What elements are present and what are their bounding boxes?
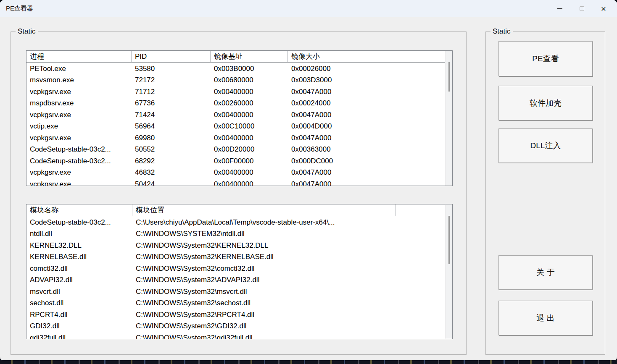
- table-row[interactable]: GDI32.dllC:\WINDOWS\System32\GDI32.dll: [26, 321, 445, 333]
- table-row[interactable]: msvsmon.exe721720x006800000x003D3000: [26, 75, 445, 86]
- table-row[interactable]: vctip.exe569640x00C100000x0004D000: [26, 121, 445, 133]
- table-cell: mspdbsrv.exe: [26, 99, 132, 107]
- table-cell: 68292: [132, 157, 211, 165]
- table-cell: 0x00680000: [211, 76, 288, 84]
- table-row[interactable]: RPCRT4.dllC:\WINDOWS\System32\RPCRT4.dll: [26, 309, 445, 321]
- scrollbar-thumb[interactable]: [448, 62, 450, 92]
- table-cell: 0x00400000: [211, 180, 288, 186]
- table-row[interactable]: msvcrt.dllC:\WINDOWS\System32\msvcrt.dll: [26, 286, 445, 298]
- column-header[interactable]: [396, 204, 445, 216]
- table-cell: 0x00400000: [211, 168, 288, 177]
- table-row[interactable]: KERNEL32.DLLC:\WINDOWS\System32\KERNEL32…: [26, 240, 445, 251]
- table-cell: KERNEL32.DLL: [26, 241, 132, 250]
- column-header[interactable]: 镜像大小: [288, 51, 368, 62]
- app-window: PE查看器 × Static Static 进程PID镜像基址镜像大小 PETo…: [0, 0, 617, 360]
- table-cell: C:\WINDOWS\System32\msvcrt.dll: [132, 288, 396, 296]
- right-groupbox-label: Static: [490, 27, 513, 36]
- scrollbar-thumb[interactable]: [448, 216, 450, 264]
- table-cell: 0x00363000: [288, 145, 368, 154]
- table-row-clipped[interactable]: vcpkgsrv.exe504240x004000000x0047A000: [26, 178, 445, 186]
- window-title: PE查看器: [0, 5, 33, 13]
- table-cell: msvsmon.exe: [26, 76, 132, 84]
- table-cell: msvcrt.dll: [26, 288, 132, 296]
- table-cell: vctip.exe: [26, 122, 132, 131]
- table-row[interactable]: KERNELBASE.dllC:\WINDOWS\System32\KERNEL…: [26, 251, 445, 263]
- table-cell: 0x00D20000: [211, 145, 288, 154]
- table-row[interactable]: PETool.exe535800x003B00000x00026000: [26, 63, 445, 75]
- table-cell: 0x003D3000: [288, 76, 368, 84]
- table-row[interactable]: CodeSetup-stable-03c2...C:\Users\chiyu\A…: [26, 217, 445, 228]
- table-cell: KERNELBASE.dll: [26, 253, 132, 261]
- table-cell: 67736: [132, 99, 211, 107]
- table-cell: 50552: [132, 145, 211, 154]
- maximize-icon: [580, 6, 584, 11]
- table-cell: sechost.dll: [26, 299, 132, 307]
- column-header[interactable]: PID: [132, 51, 211, 62]
- table-cell: 0x0047A000: [288, 134, 368, 142]
- table-cell: CodeSetup-stable-03c2...: [26, 218, 132, 227]
- table-cell: CodeSetup-stable-03c2...: [26, 145, 132, 154]
- column-header[interactable]: 镜像基址: [211, 51, 288, 62]
- column-header[interactable]: 模块位置: [132, 204, 396, 216]
- table-cell: 0x00F00000: [211, 157, 288, 165]
- table-row[interactable]: CodeSetup-stable-03c2...505520x00D200000…: [26, 144, 445, 156]
- table-cell: 0x0047A000: [288, 168, 368, 177]
- module-list-body: CodeSetup-stable-03c2...C:\Users\chiyu\A…: [26, 217, 445, 339]
- table-cell: RPCRT4.dll: [26, 311, 132, 319]
- table-row[interactable]: vcpkgsrv.exe714240x004000000x0047A000: [26, 109, 445, 121]
- column-header[interactable]: 模块名称: [26, 204, 132, 216]
- software-pack-button[interactable]: 软件加壳: [498, 86, 593, 120]
- table-cell: GDI32.dll: [26, 322, 132, 330]
- table-cell: C:\Users\chiyu\AppData\Local\Temp\vscode…: [132, 218, 396, 227]
- minimize-button[interactable]: [549, 0, 571, 17]
- table-cell: vcpkgsrv.exe: [26, 168, 132, 177]
- table-cell: 72172: [132, 76, 211, 84]
- table-cell: 46832: [132, 168, 211, 177]
- table-cell: C:\WINDOWS\SYSTEM32\ntdll.dll: [132, 230, 396, 238]
- close-button[interactable]: ×: [593, 0, 614, 17]
- table-cell: 0x00260000: [211, 99, 288, 107]
- table-cell: 0x00400000: [211, 88, 288, 96]
- table-row[interactable]: vcpkgsrv.exe717120x004000000x0047A000: [26, 86, 445, 98]
- table-row[interactable]: ntdll.dllC:\WINDOWS\SYSTEM32\ntdll.dll: [26, 228, 445, 240]
- table-cell: vcpkgsrv.exe: [26, 111, 132, 119]
- table-cell: comctl32.dll: [26, 264, 132, 273]
- maximize-button: [571, 0, 593, 17]
- table-row[interactable]: comctl32.dllC:\WINDOWS\System32\comctl32…: [26, 263, 445, 275]
- table-cell: C:\WINDOWS\System32\ADVAPI32.dll: [132, 276, 396, 284]
- table-cell: 0x00400000: [211, 134, 288, 142]
- process-list-scrollbar[interactable]: [445, 51, 452, 186]
- dll-inject-button[interactable]: DLL注入: [498, 128, 593, 163]
- table-cell: 0x0047A000: [288, 88, 368, 96]
- table-cell: vcpkgsrv.exe: [26, 180, 132, 186]
- process-list-body: PETool.exe535800x003B00000x00026000msvsm…: [26, 63, 445, 186]
- table-cell: C:\WINDOWS\System32\KERNELBASE.dll: [132, 253, 396, 261]
- table-cell: 0x0004D000: [288, 122, 368, 131]
- table-row[interactable]: ADVAPI32.dllC:\WINDOWS\System32\ADVAPI32…: [26, 275, 445, 286]
- column-header[interactable]: [368, 51, 445, 62]
- process-list-header: 进程PID镜像基址镜像大小: [26, 51, 445, 63]
- exit-button[interactable]: 退 出: [498, 301, 593, 335]
- left-groupbox-label: Static: [16, 27, 38, 36]
- table-row[interactable]: vcpkgsrv.exe699800x004000000x0047A000: [26, 132, 445, 144]
- about-button[interactable]: 关 于: [498, 255, 593, 290]
- table-cell: 71712: [132, 88, 211, 96]
- table-cell: 0x0047A000: [288, 180, 368, 186]
- table-row[interactable]: CodeSetup-stable-03c2...682920x00F000000…: [26, 155, 445, 167]
- pe-view-button[interactable]: PE查看: [498, 41, 593, 76]
- close-icon: ×: [601, 4, 606, 13]
- table-row[interactable]: vcpkgsrv.exe468320x004000000x0047A000: [26, 167, 445, 179]
- module-list-scrollbar[interactable]: [445, 205, 452, 339]
- table-cell: C:\WINDOWS\System32\sechost.dll: [132, 299, 396, 307]
- table-row-clipped[interactable]: gdi32full.dllC:\WINDOWS\System32\gdi32fu…: [26, 332, 445, 339]
- table-cell: 0x00C10000: [211, 122, 288, 131]
- table-cell: ntdll.dll: [26, 230, 132, 238]
- table-cell: C:\WINDOWS\System32\RPCRT4.dll: [132, 311, 396, 319]
- table-row[interactable]: mspdbsrv.exe677360x002600000x00024000: [26, 98, 445, 110]
- table-cell: 0x0047A000: [288, 111, 368, 119]
- table-cell: C:\WINDOWS\System32\KERNEL32.DLL: [132, 241, 396, 250]
- table-row[interactable]: sechost.dllC:\WINDOWS\System32\sechost.d…: [26, 298, 445, 309]
- column-header[interactable]: 进程: [26, 51, 132, 62]
- table-cell: ADVAPI32.dll: [26, 276, 132, 284]
- table-cell: CodeSetup-stable-03c2...: [26, 157, 132, 165]
